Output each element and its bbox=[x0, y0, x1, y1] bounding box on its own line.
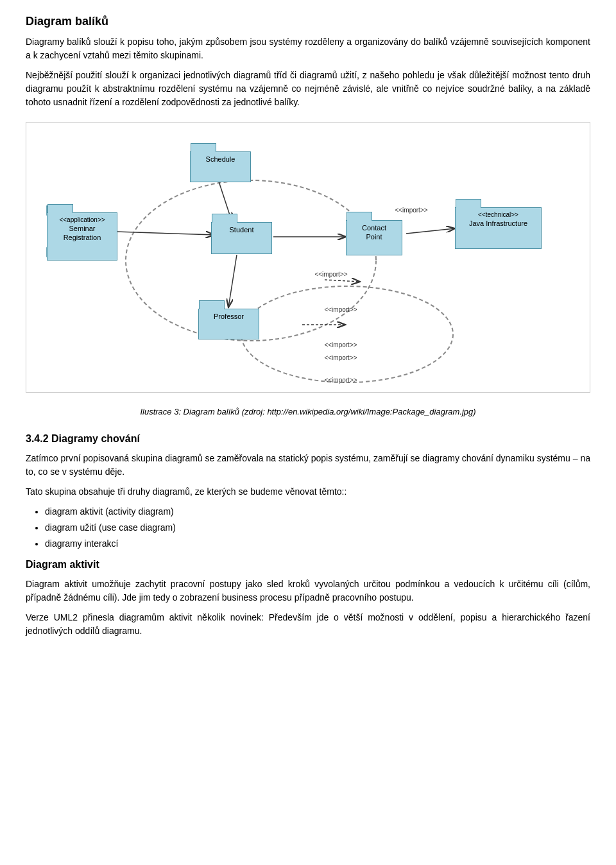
svg-line-7 bbox=[325, 280, 360, 282]
svg-line-2 bbox=[116, 232, 214, 235]
svg-point-1 bbox=[241, 286, 453, 382]
paragraph-1: Diagramy balíků slouží k popisu toho, ja… bbox=[26, 35, 590, 62]
list-item-1: diagram aktivit (activity diagram) bbox=[45, 505, 590, 518]
diagram-area: <<import>> <<import>> <<import>> <<impor… bbox=[33, 129, 583, 386]
pkg-seminar: <<application>> Seminar Registration bbox=[47, 212, 117, 261]
svg-line-9 bbox=[228, 255, 237, 307]
diagram-container: <<import>> <<import>> <<import>> <<impor… bbox=[26, 122, 590, 393]
diagram-caption: Ilustrace 3: Diagram balíků (zdroj: http… bbox=[26, 406, 590, 418]
paragraph-2: Nejběžnější použití slouží k organizaci … bbox=[26, 69, 590, 109]
svg-text:<<import>>: <<import>> bbox=[395, 207, 427, 214]
list-item-3: diagramy interakcí bbox=[45, 537, 590, 551]
section-342-list: diagram aktivit (activity diagram) diagr… bbox=[45, 505, 590, 551]
pkg-student: Student bbox=[211, 222, 272, 254]
svg-text:<<import>>: <<import>> bbox=[324, 306, 357, 313]
pkg-schedule: Schedule bbox=[190, 151, 251, 182]
diagram-aktivit-heading: Diagram aktivit bbox=[26, 557, 590, 572]
pkg-java: <<technical>> Java Infrastructure bbox=[455, 207, 542, 249]
svg-text:<<import>>: <<import>> bbox=[314, 271, 347, 278]
svg-text:<<import>>: <<import>> bbox=[324, 377, 357, 384]
section-342: 3.4.2 Diagramy chování Zatímco první pop… bbox=[26, 431, 590, 638]
svg-line-5 bbox=[406, 228, 455, 234]
svg-text:<<import>>: <<import>> bbox=[324, 354, 357, 361]
list-item-2: diagram užití (use case diagram) bbox=[45, 521, 590, 535]
pkg-professor: Professor bbox=[198, 309, 259, 339]
main-heading: Diagram balíků bbox=[26, 13, 590, 30]
svg-text:<<import>>: <<import>> bbox=[324, 341, 357, 348]
section-342-para1: Zatímco první popisovaná skupina diagram… bbox=[26, 452, 590, 479]
section-342-heading: 3.4.2 Diagramy chování bbox=[26, 431, 590, 447]
section-342-para2: Tato skupina obsahuje tři druhy diagramů… bbox=[26, 485, 590, 499]
section-342-para3: Diagram aktivit umožňuje zachytit pracov… bbox=[26, 578, 590, 604]
pkg-contact: Contact Point bbox=[346, 220, 402, 255]
section-342-para4: Verze UML2 přinesla diagramům aktivit ně… bbox=[26, 611, 590, 638]
